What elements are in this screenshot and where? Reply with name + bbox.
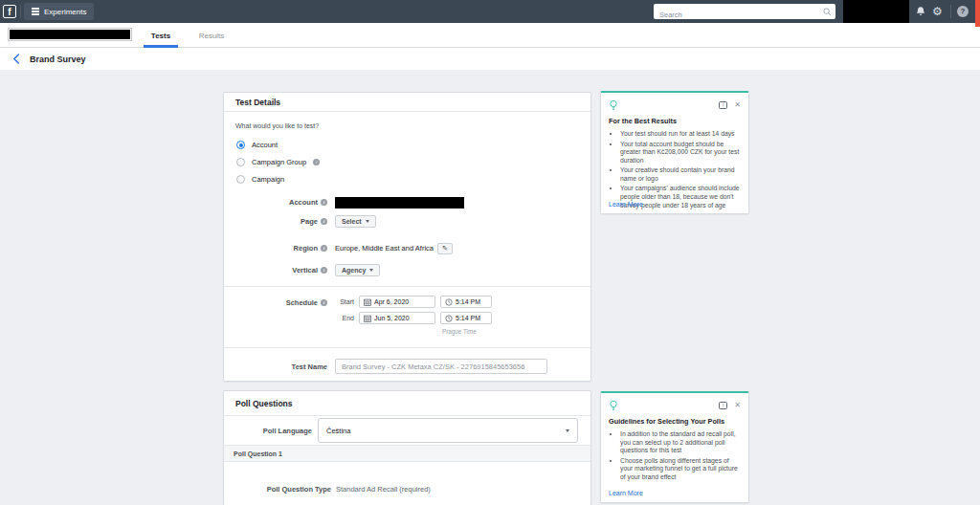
poll-question-1-section: Poll Question 1 xyxy=(224,445,590,462)
tip-title: For the Best Results xyxy=(609,117,741,125)
region-label: Region xyxy=(294,244,318,252)
end-time-input[interactable]: 5:14 PM xyxy=(440,312,492,324)
experiments-screen: f Experiments ⚙ ? Tests Results xyxy=(0,0,980,505)
tip-bullet: Choose polls along different stages of y… xyxy=(620,457,741,482)
chevron-down-icon xyxy=(366,220,369,223)
nav-divider xyxy=(950,5,951,18)
page-select-dropdown[interactable]: Select xyxy=(335,215,376,228)
page-label: Page xyxy=(301,217,318,226)
info-icon[interactable]: i xyxy=(321,245,327,252)
lightbulb-icon xyxy=(609,400,618,412)
start-time-input[interactable]: 5:14 PM xyxy=(440,296,492,308)
tab-results[interactable]: Results xyxy=(189,23,234,48)
vertical-select-dropdown[interactable]: Agency xyxy=(335,264,380,276)
timezone-note: Prague Time xyxy=(442,328,492,335)
info-icon[interactable]: i xyxy=(321,267,327,274)
start-date-input[interactable]: Apr 6, 2020 xyxy=(359,296,435,308)
divider xyxy=(224,347,590,348)
radio-account[interactable]: Account xyxy=(236,140,278,150)
chevron-down-icon xyxy=(566,429,569,432)
learn-more-link[interactable]: Learn More xyxy=(609,201,643,208)
poll-questions-header: Poll Questions xyxy=(224,391,590,416)
test-name-row: Test Name xyxy=(235,359,581,374)
chevron-down-icon xyxy=(369,269,373,272)
feedback-icon[interactable]: ! xyxy=(719,101,727,109)
test-details-card: Test Details What would you like to test… xyxy=(223,92,591,382)
edit-region-button[interactable]: ✎ xyxy=(437,243,453,254)
calendar-icon xyxy=(364,315,371,322)
back-chevron-icon[interactable] xyxy=(12,54,20,64)
tip-title: Guidelines for Selecting Your Polls xyxy=(609,417,741,426)
top-navbar: f Experiments ⚙ ? xyxy=(0,0,980,23)
test-name-input[interactable] xyxy=(335,359,547,374)
schedule-row: Schedulei Start Apr 6, 2020 5:14 PM End xyxy=(235,296,581,335)
tip-card-poll-guidelines: ! ✕ Guidelines for Selecting Your Polls … xyxy=(600,391,749,503)
radio-icon xyxy=(236,175,245,184)
poll-question-type-row: Poll Question Type Standard Ad Recall (r… xyxy=(235,484,581,494)
help-icon[interactable]: ? xyxy=(957,6,969,17)
poll-language-select[interactable]: Čeština xyxy=(318,418,578,443)
test-subnav: Tests Results xyxy=(0,23,980,48)
tip-bullet-list: Your test should run for at least 14 day… xyxy=(609,130,741,209)
divider xyxy=(224,286,590,287)
close-icon[interactable]: ✕ xyxy=(734,402,741,409)
feedback-icon[interactable]: ! xyxy=(719,402,727,409)
radio-icon xyxy=(236,158,245,166)
hamburger-icon xyxy=(32,8,39,15)
browser-alert-strip xyxy=(975,0,980,27)
search-box[interactable] xyxy=(654,4,835,19)
vertical-row: Verticali Agency xyxy=(235,264,581,276)
search-input[interactable] xyxy=(654,8,835,23)
test-details-header: Test Details xyxy=(224,93,590,112)
redacted-user-name xyxy=(843,0,909,23)
radio-campaign-group[interactable]: Campaign Group i xyxy=(236,157,320,167)
schedule-label: Schedule xyxy=(286,298,318,307)
learn-more-link[interactable]: Learn More xyxy=(609,490,643,496)
radio-selected-icon xyxy=(236,141,245,149)
tip-bullet: Your test should run for at least 14 day… xyxy=(620,130,741,139)
tip-bullet: Your creative should contain your brand … xyxy=(620,166,741,183)
app-title: Experiments xyxy=(44,8,86,16)
close-icon[interactable]: ✕ xyxy=(734,101,741,109)
clock-icon xyxy=(445,315,453,322)
region-row: Regioni Europe, Middle East and Africa ✎ xyxy=(235,242,581,254)
gear-icon[interactable]: ⚙ xyxy=(932,0,943,23)
radio-campaign[interactable]: Campaign xyxy=(236,174,284,185)
poll-language-label: Poll Language xyxy=(263,427,312,435)
account-row: Accounti xyxy=(235,196,581,209)
page-row: Pagei Select xyxy=(235,215,581,228)
poll-question-type-label: Poll Question Type xyxy=(267,485,331,494)
info-icon[interactable]: i xyxy=(321,199,327,206)
clock-icon xyxy=(445,298,453,306)
facebook-logo-icon[interactable]: f xyxy=(3,5,16,18)
region-value: Europe, Middle East and Africa xyxy=(335,244,434,252)
nav-divider xyxy=(20,5,21,18)
calendar-icon xyxy=(364,298,371,306)
app-menu-button[interactable]: Experiments xyxy=(24,3,94,20)
info-icon[interactable]: i xyxy=(321,218,327,225)
poll-language-row: Poll Language Čeština xyxy=(235,418,581,443)
lightbulb-icon xyxy=(609,99,618,112)
vertical-label: Vertical xyxy=(292,266,318,274)
start-label: Start xyxy=(335,298,354,305)
pencil-icon: ✎ xyxy=(442,245,448,252)
test-name-label: Test Name xyxy=(292,362,327,371)
redacted-account-value xyxy=(335,197,464,209)
bell-icon[interactable] xyxy=(915,6,926,17)
tip-bullet: In addition to the standard ad recall po… xyxy=(620,430,741,455)
page-title: Brand Survey xyxy=(30,55,86,64)
end-label: End xyxy=(335,315,354,321)
redacted-account-selector xyxy=(8,28,132,41)
tab-tests[interactable]: Tests xyxy=(142,23,180,48)
page-header: Brand Survey xyxy=(0,48,980,70)
tip-bullet: Your total account budget should be grea… xyxy=(620,141,741,165)
search-icon xyxy=(823,8,832,16)
end-date-input[interactable]: Jun 5, 2020 xyxy=(359,312,435,324)
account-label: Account xyxy=(289,198,318,207)
info-icon[interactable]: i xyxy=(321,299,327,306)
test-type-question: What would you like to test? xyxy=(235,122,319,129)
poll-question-type-value: Standard Ad Recall (required) xyxy=(336,485,431,494)
info-icon[interactable]: i xyxy=(313,159,320,165)
tip-card-best-results: ! ✕ For the Best Results Your test shoul… xyxy=(600,91,749,214)
poll-questions-card: Poll Questions Poll Language Čeština Pol… xyxy=(223,390,591,505)
